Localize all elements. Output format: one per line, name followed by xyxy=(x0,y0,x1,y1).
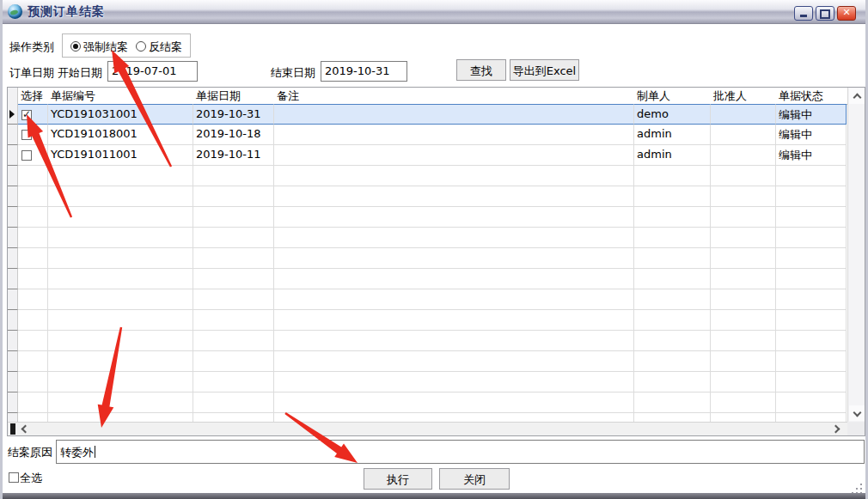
column-header[interactable]: 选择 xyxy=(18,88,48,104)
select-cell xyxy=(18,289,48,310)
minimize-button[interactable] xyxy=(794,6,813,21)
horizontal-scroll-thumb[interactable] xyxy=(10,423,15,435)
globe-icon xyxy=(8,4,22,19)
scrollbar-corner xyxy=(847,422,865,435)
chevron-left-icon[interactable] xyxy=(21,425,30,434)
row-checkbox[interactable] xyxy=(21,130,32,140)
column-header[interactable]: 单据状态 xyxy=(776,88,847,104)
table-cell xyxy=(634,207,711,228)
table-cell xyxy=(776,393,847,413)
table-cell xyxy=(711,269,776,289)
select-cell xyxy=(18,372,48,393)
row-selector-cell xyxy=(8,104,18,125)
table-cell xyxy=(711,331,776,351)
table-cell xyxy=(711,207,776,228)
start-date-input[interactable]: 2019-07-01 xyxy=(107,61,198,82)
table-cell xyxy=(634,186,711,207)
select-cell xyxy=(18,166,48,186)
close-reason-label: 结案原因 xyxy=(8,445,52,460)
column-header[interactable]: 单据编号 xyxy=(48,88,193,104)
table-cell xyxy=(776,269,847,289)
radio-force-close[interactable] xyxy=(70,41,81,52)
row-selector-cell xyxy=(8,186,18,207)
select-cell xyxy=(18,207,48,228)
vertical-scrollbar[interactable] xyxy=(847,88,865,422)
scroll-down-button[interactable] xyxy=(849,405,865,421)
table-row[interactable]: YCD1910180012019-10-18admin编辑中 xyxy=(8,125,847,145)
close-dialog-button[interactable]: 关闭 xyxy=(439,468,510,490)
maximize-button[interactable] xyxy=(816,6,834,21)
table-cell xyxy=(48,269,193,289)
table-cell xyxy=(274,372,634,393)
table-cell xyxy=(193,166,274,186)
row-selector-cell xyxy=(8,289,18,310)
table-cell: demo xyxy=(634,104,711,125)
select-all-label[interactable]: 全选 xyxy=(20,471,42,486)
table-cell xyxy=(274,393,634,413)
empty-table-row xyxy=(8,228,847,248)
table-cell xyxy=(193,228,274,248)
grid-header-row: 选择单据编号单据日期备注制单人批准人单据状态 xyxy=(8,88,847,105)
horizontal-scrollbar[interactable] xyxy=(8,422,847,435)
radio-reverse-close[interactable] xyxy=(136,41,146,52)
table-cell xyxy=(634,166,711,186)
chevron-right-icon[interactable] xyxy=(832,425,840,434)
search-button[interactable]: 查找 xyxy=(456,59,506,81)
select-all-checkbox[interactable] xyxy=(9,472,19,483)
table-cell xyxy=(634,269,711,289)
table-cell xyxy=(274,145,634,166)
table-cell xyxy=(274,269,634,289)
row-selector-cell xyxy=(8,351,18,372)
execute-button[interactable]: 执行 xyxy=(364,468,432,490)
table-cell xyxy=(48,331,193,351)
table-cell xyxy=(193,248,274,269)
column-header[interactable]: 备注 xyxy=(274,88,634,104)
table-cell xyxy=(274,248,634,269)
row-selector-cell xyxy=(8,269,18,289)
export-excel-button[interactable]: 导出到Excel xyxy=(510,59,579,81)
table-cell: 2019-10-11 xyxy=(193,145,274,166)
table-cell: admin xyxy=(634,145,711,166)
scroll-up-button[interactable] xyxy=(849,88,865,104)
table-row[interactable]: YCD1910110012019-10-11admin编辑中 xyxy=(8,145,847,166)
table-cell xyxy=(634,372,711,393)
chevron-up-icon xyxy=(853,94,861,102)
table-cell xyxy=(776,166,847,186)
table-cell xyxy=(634,393,711,413)
table-cell xyxy=(48,289,193,310)
table-cell xyxy=(274,310,634,331)
minimize-icon xyxy=(800,15,807,17)
table-cell xyxy=(48,351,193,372)
table-cell xyxy=(193,393,274,413)
radio-reverse-close-label[interactable]: 反结案 xyxy=(149,40,182,55)
table-cell xyxy=(711,289,776,310)
row-checkbox[interactable] xyxy=(21,110,32,120)
end-date-input[interactable]: 2019-10-31 xyxy=(321,61,407,82)
table-cell xyxy=(48,228,193,248)
table-cell xyxy=(711,310,776,331)
row-selector-cell xyxy=(8,166,18,186)
close-button[interactable]: ✕ xyxy=(837,6,856,21)
table-cell xyxy=(711,351,776,372)
row-selector-cell xyxy=(8,331,18,351)
table-cell xyxy=(48,166,193,186)
table-cell xyxy=(634,310,711,331)
chevron-down-icon xyxy=(853,409,861,417)
maximize-icon xyxy=(820,9,830,19)
table-row[interactable]: YCD1910310012019-10-31demo编辑中 xyxy=(8,104,847,125)
title-bar[interactable]: 预测订单结案 ✕ xyxy=(0,0,868,24)
table-cell xyxy=(776,186,847,207)
grid-body: YCD1910310012019-10-31demo编辑中YCD19101800… xyxy=(8,104,847,423)
column-header[interactable]: 单据日期 xyxy=(193,88,274,104)
table-cell xyxy=(193,186,274,207)
empty-table-row xyxy=(8,310,847,331)
row-checkbox[interactable] xyxy=(21,150,32,161)
radio-force-close-label[interactable]: 强制结案 xyxy=(83,40,128,55)
column-header[interactable]: 批准人 xyxy=(711,88,776,104)
table-cell xyxy=(776,228,847,248)
table-cell xyxy=(274,228,634,248)
table-cell: 编辑中 xyxy=(776,104,847,125)
table-cell xyxy=(711,228,776,248)
close-reason-input[interactable]: 转委外 xyxy=(56,440,865,464)
column-header[interactable]: 制单人 xyxy=(634,88,711,104)
